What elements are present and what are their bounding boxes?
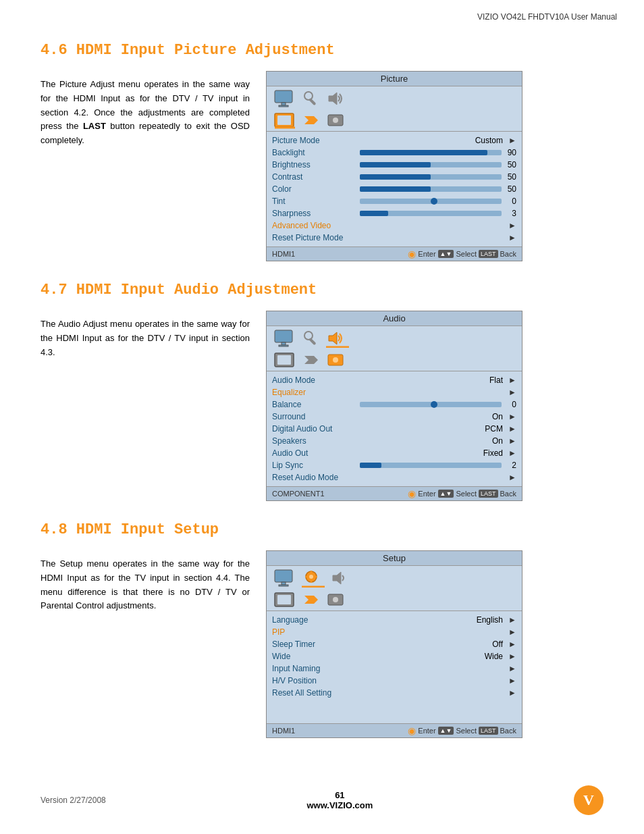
osd-row-contrast: Contrast 50	[272, 171, 516, 183]
arrow-icon3	[302, 590, 321, 609]
footer-center: 61 www.VIZIO.com	[306, 790, 373, 810]
monitor-icon	[273, 89, 296, 108]
section-46-body: The Picture Adjust menu operates in the …	[41, 71, 603, 261]
page-footer: Version 2/27/2008 61 www.VIZIO.com V	[0, 779, 644, 822]
footer-page: 61	[335, 790, 344, 800]
section-48-title: 4.8 HDMI Input Setup	[41, 521, 603, 538]
svg-point-15	[304, 332, 313, 340]
arrow-icon	[302, 111, 321, 130]
setup-osd-icons	[267, 566, 522, 609]
svg-marker-17	[329, 332, 337, 344]
tv-icon2	[273, 350, 296, 369]
osd-row-digital-audio: Digital Audio Out PCM ►	[272, 423, 516, 435]
setup-osd-title: Setup	[267, 551, 522, 566]
osd-row-backlight: Backlight 90	[272, 147, 516, 159]
section-47-body: The Audio Adjust menu operates in the sa…	[41, 311, 603, 501]
osd-row-surround: Surround On ►	[272, 411, 516, 423]
footer-version: Version 2/27/2008	[41, 796, 106, 805]
osd-row-wide: Wide Wide ►	[272, 650, 516, 662]
osd-row-hv-position: H/V Position ►	[272, 675, 516, 687]
svg-rect-7	[277, 115, 291, 125]
audio-osd-rows: Audio Mode Flat ► Equalizer ► Balance	[267, 373, 522, 486]
svg-point-23	[333, 357, 338, 363]
settings-icon	[302, 89, 321, 108]
monitor-icon3	[273, 569, 296, 588]
svg-marker-5	[329, 93, 337, 105]
osd-row-color: Color 50	[272, 183, 516, 195]
svg-rect-26	[279, 585, 288, 586]
svg-rect-25	[281, 582, 286, 585]
svg-point-28	[309, 575, 313, 579]
audio-osd-title: Audio	[267, 311, 522, 326]
section-46-title: 4.6 HDMI Input Picture Adjustment	[41, 42, 603, 59]
osd-row-sharpness: Sharpness 3	[272, 207, 516, 219]
setup-osd-footer: HDMI1 ◉ Enter ▲▼ Select LAST Back	[267, 723, 522, 737]
osd-row-equalizer: Equalizer ►	[272, 386, 516, 398]
svg-point-39	[333, 597, 338, 602]
vizio-logo-icon: V	[574, 785, 603, 815]
osd-row-audio-out: Audio Out Fixed ►	[272, 447, 516, 459]
section-46: 4.6 HDMI Input Picture Adjustment The Pi…	[41, 42, 603, 261]
svg-rect-1	[281, 103, 286, 105]
osd-row-balance: Balance 0	[272, 398, 516, 411]
osd-row-audio-mode: Audio Mode Flat ►	[272, 374, 516, 386]
svg-point-11	[333, 118, 338, 123]
setup-osd-rows: Language English ► PIP ► Sleep Timer Off…	[267, 613, 522, 702]
setup-osd-panel: Setup	[266, 550, 522, 738]
header-title: VIZIO VO42L FHDTV10A User Manual	[477, 12, 617, 22]
input-icon2	[326, 350, 345, 369]
osd-row-pip: PIP ►	[272, 626, 516, 638]
osd-row-reset-picture: Reset Picture Mode ►	[272, 232, 516, 244]
svg-marker-37	[304, 596, 318, 604]
tv-icon3	[273, 590, 296, 609]
footer-logo: V	[574, 785, 603, 815]
osd-row-brightness: Brightness 50	[272, 159, 516, 171]
settings-icon2	[302, 329, 321, 348]
audio-osd-panel: Audio	[266, 311, 522, 501]
page-header: VIZIO VO42L FHDTV10A User Manual	[0, 0, 644, 22]
svg-rect-24	[275, 570, 292, 582]
tv-icon-selected	[273, 111, 296, 130]
settings-icon-selected	[302, 569, 325, 588]
picture-osd-icons	[267, 86, 522, 130]
osd-row-lip-sync: Lip Sync 2	[272, 459, 516, 471]
picture-osd-title: Picture	[267, 72, 522, 86]
section-46-text: The Picture Adjust menu operates in the …	[41, 71, 250, 148]
svg-rect-14	[279, 345, 288, 346]
monitor-icon2	[273, 329, 296, 348]
picture-osd-footer: HDMI1 ◉ Enter ▲▼ Select LAST Back	[267, 246, 522, 261]
svg-rect-2	[279, 105, 288, 107]
osd-row-tint: Tint 0	[272, 195, 516, 207]
section-47-text: The Audio Adjust menu operates in the sa…	[41, 311, 250, 359]
speaker-icon-selected	[326, 329, 349, 348]
page-content: 4.6 HDMI Input Picture Adjustment The Pi…	[0, 22, 644, 772]
speaker-icon	[326, 89, 345, 108]
audio-osd-footer: COMPONENT1 ◉ Enter ▲▼ Select LAST Back	[267, 486, 522, 500]
osd-row-input-naming: Input Naming ►	[272, 662, 516, 675]
svg-marker-21	[304, 356, 318, 364]
svg-marker-9	[304, 116, 318, 124]
input-icon3	[326, 590, 345, 609]
svg-rect-12	[275, 330, 292, 342]
picture-osd-panel: Picture	[266, 71, 522, 261]
svg-rect-20	[277, 355, 291, 365]
speaker-icon3	[330, 569, 353, 588]
section-48-text: The Setup menu operates in the same way …	[41, 550, 250, 613]
osd-row-reset-audio: Reset Audio Mode ►	[272, 471, 516, 484]
svg-point-3	[304, 92, 313, 100]
osd-row-speakers: Speakers On ►	[272, 435, 516, 447]
svg-rect-0	[275, 90, 292, 103]
osd-row-sleep-timer: Sleep Timer Off ►	[272, 638, 516, 650]
svg-rect-13	[281, 342, 286, 345]
section-48-body: The Setup menu operates in the same way …	[41, 550, 603, 738]
picture-osd-rows: Picture Mode Custom ► Backlight 90	[267, 133, 522, 246]
svg-marker-34	[333, 572, 341, 584]
section-48: 4.8 HDMI Input Setup The Setup menu oper…	[41, 521, 603, 738]
osd-row-advanced-video: Advanced Video ►	[272, 219, 516, 232]
section-47-title: 4.7 HDMI Input Audio Adjustment	[41, 282, 603, 298]
section-47: 4.7 HDMI Input Audio Adjustment The Audi…	[41, 282, 603, 501]
svg-rect-36	[277, 595, 291, 604]
svg-rect-16	[308, 338, 316, 345]
footer-website: www.VIZIO.com	[306, 800, 373, 810]
osd-row-language: Language English ►	[272, 614, 516, 626]
